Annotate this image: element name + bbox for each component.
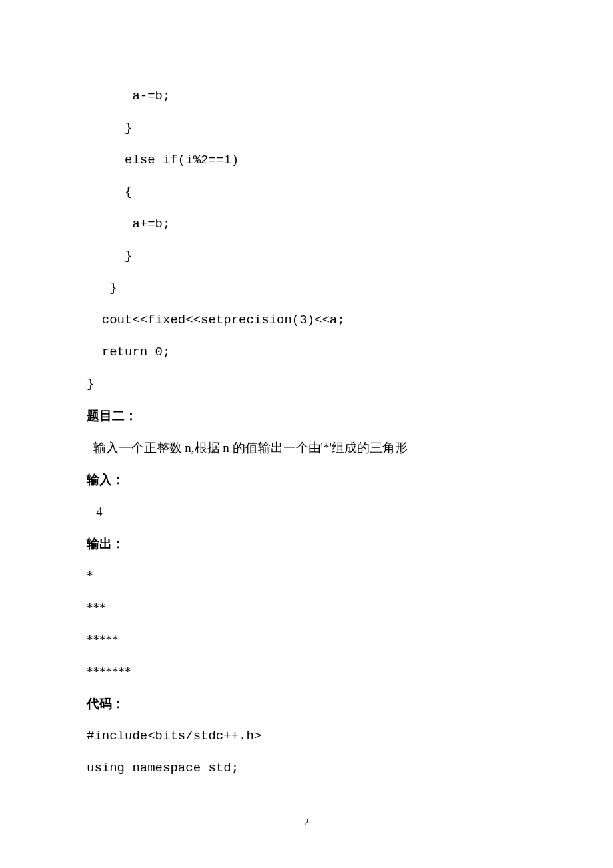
- code-line: using namespace std;: [87, 752, 526, 784]
- input-label: 输入：: [87, 464, 526, 496]
- output-line: *: [87, 560, 526, 592]
- document-page: a-=b; } else if(i%2==1) { a+=b; } } cout…: [0, 0, 613, 868]
- problem-title: 题目二：: [87, 400, 526, 432]
- code-label: 代码：: [87, 688, 526, 720]
- output-line: ***: [87, 592, 526, 624]
- output-line: *****: [87, 624, 526, 656]
- code-line: }: [87, 272, 526, 304]
- code-line: #include<bits/stdc++.h>: [87, 720, 526, 752]
- code-line: a+=b;: [87, 208, 526, 240]
- code-line: return 0;: [87, 336, 526, 368]
- code-line: a-=b;: [87, 80, 526, 112]
- code-line: cout<<fixed<<setprecision(3)<<a;: [87, 304, 526, 336]
- code-line: }: [87, 240, 526, 272]
- output-line: *******: [87, 656, 526, 688]
- code-line: }: [87, 368, 526, 400]
- problem-description: 输入一个正整数 n,根据 n 的值输出一个由'*'组成的三角形: [87, 432, 526, 464]
- page-number: 2: [0, 817, 613, 828]
- input-value: 4: [87, 496, 526, 528]
- code-line: else if(i%2==1): [87, 144, 526, 176]
- code-line: {: [87, 176, 526, 208]
- output-label: 输出：: [87, 528, 526, 560]
- code-line: }: [87, 112, 526, 144]
